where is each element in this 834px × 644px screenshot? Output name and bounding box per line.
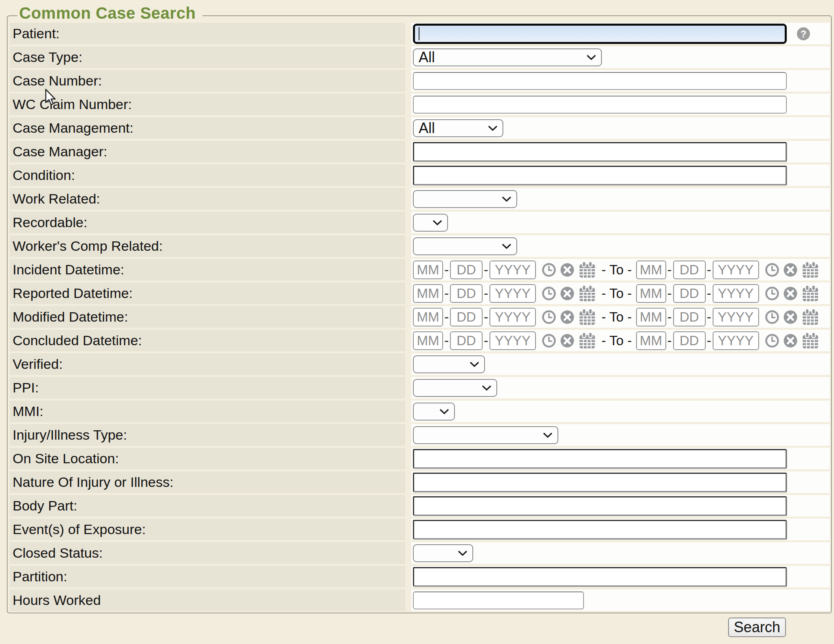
wc-claim-number-label: WC Claim Number: — [10, 94, 405, 115]
clear-icon[interactable] — [783, 310, 798, 324]
clock-icon[interactable] — [542, 263, 556, 277]
clear-icon[interactable] — [560, 263, 575, 277]
clear-icon[interactable] — [783, 286, 798, 301]
clock-icon[interactable] — [542, 310, 556, 324]
clock-icon[interactable] — [765, 333, 779, 348]
to-day-input[interactable] — [673, 261, 706, 279]
to-month-input[interactable] — [636, 308, 666, 326]
to-year-input[interactable] — [713, 331, 759, 350]
recordable-label: Recordable: — [10, 212, 405, 233]
clock-icon[interactable] — [765, 286, 779, 301]
calendar-icon[interactable] — [801, 261, 819, 279]
calendar-icon[interactable] — [578, 261, 596, 279]
mmi-select[interactable] — [413, 403, 455, 421]
from-year-input[interactable] — [489, 308, 536, 326]
form-row-hours-worked: Hours Worked — [10, 589, 830, 611]
verified-select[interactable] — [413, 355, 485, 373]
chevron-down-icon — [502, 196, 511, 202]
clear-icon[interactable] — [783, 333, 798, 348]
from-day-input[interactable] — [450, 308, 483, 326]
calendar-icon[interactable] — [801, 285, 819, 302]
form-row-partition: Partition: — [10, 566, 830, 587]
from-month-input[interactable] — [413, 284, 443, 303]
form-row-workers-comp-related: Worker's Comp Related: — [10, 235, 830, 257]
injury-illness-type-select[interactable] — [413, 426, 558, 444]
ppi-select[interactable] — [413, 379, 497, 397]
date-dash: - — [444, 286, 449, 301]
search-button[interactable]: Search — [728, 618, 786, 637]
clock-icon[interactable] — [542, 333, 556, 348]
calendar-icon[interactable] — [578, 285, 596, 302]
events-of-exposure-input[interactable] — [413, 520, 787, 539]
from-year-input[interactable] — [489, 331, 536, 350]
date-dash: - — [667, 309, 672, 325]
panel-title: Common Case Search — [18, 4, 202, 22]
from-day-input[interactable] — [450, 331, 483, 350]
clear-icon[interactable] — [560, 333, 575, 348]
clear-icon[interactable] — [560, 310, 575, 324]
chevron-down-icon — [432, 220, 442, 226]
form-row-case-manager: Case Manager: — [10, 141, 830, 162]
to-day-input[interactable] — [673, 308, 706, 326]
on-site-location-input[interactable] — [413, 449, 787, 469]
case-manager-input[interactable] — [413, 142, 787, 162]
calendar-icon[interactable] — [801, 332, 819, 350]
from-year-input[interactable] — [489, 261, 536, 279]
case-management-label: Case Management: — [10, 117, 405, 139]
clear-icon[interactable] — [783, 263, 798, 277]
form-row-ppi: PPI: — [10, 377, 830, 399]
wc-claim-number-input[interactable] — [413, 96, 787, 114]
chevron-down-icon — [586, 55, 596, 60]
case-number-input[interactable] — [413, 72, 787, 90]
ppi-label: PPI: — [10, 377, 405, 399]
to-day-input[interactable] — [673, 331, 706, 350]
chevron-down-icon — [543, 432, 553, 438]
injury-illness-type-label: Injury/Illness Type: — [10, 424, 405, 446]
patient-input[interactable] — [413, 24, 787, 44]
calendar-icon[interactable] — [578, 332, 596, 350]
form-row-body-part: Body Part: — [10, 495, 830, 517]
partition-input[interactable] — [413, 567, 787, 587]
body-part-input[interactable] — [413, 496, 787, 516]
from-month-input[interactable] — [413, 331, 443, 350]
nature-of-injury-input[interactable] — [413, 473, 787, 492]
case-type-select[interactable]: All — [413, 48, 602, 66]
workers-comp-related-select[interactable] — [413, 237, 517, 255]
form-row-events-of-exposure: Event(s) of Exposure: — [10, 519, 830, 540]
clear-icon[interactable] — [560, 286, 575, 301]
to-month-input[interactable] — [636, 331, 666, 350]
from-month-input[interactable] — [413, 261, 443, 279]
form-row-mmi: MMI: — [10, 401, 830, 422]
form-row-work-related: Work Related: — [10, 188, 830, 210]
recordable-select[interactable] — [413, 214, 448, 232]
calendar-icon[interactable] — [801, 308, 819, 326]
to-year-input[interactable] — [713, 261, 759, 279]
to-month-input[interactable] — [636, 284, 666, 303]
to-year-input[interactable] — [713, 284, 759, 303]
clock-icon[interactable] — [765, 310, 779, 324]
from-day-input[interactable] — [450, 261, 483, 279]
condition-input[interactable] — [413, 166, 787, 185]
to-day-input[interactable] — [673, 284, 706, 303]
to-month-input[interactable] — [636, 261, 666, 279]
from-month-input[interactable] — [413, 308, 443, 326]
to-year-input[interactable] — [713, 308, 759, 326]
work-related-select[interactable] — [413, 190, 517, 208]
body-part-label: Body Part: — [10, 495, 405, 517]
calendar-icon[interactable] — [578, 308, 596, 326]
case-management-select[interactable]: All — [413, 119, 503, 137]
to-separator: - To - — [601, 262, 632, 278]
reported-datetime-range: - - - To - - - — [413, 284, 823, 303]
workers-comp-related-label: Worker's Comp Related: — [10, 235, 405, 257]
clock-icon[interactable] — [542, 286, 556, 301]
from-day-input[interactable] — [450, 284, 483, 303]
closed-status-select[interactable] — [413, 544, 473, 562]
to-separator: - To - — [601, 333, 632, 348]
from-year-input[interactable] — [489, 284, 536, 303]
date-dash: - — [707, 309, 711, 325]
clock-icon[interactable] — [765, 263, 779, 277]
work-related-label: Work Related: — [10, 188, 405, 210]
hours-worked-input[interactable] — [413, 591, 584, 609]
patient-help-icon[interactable] — [797, 27, 810, 41]
chevron-down-icon — [502, 243, 511, 249]
